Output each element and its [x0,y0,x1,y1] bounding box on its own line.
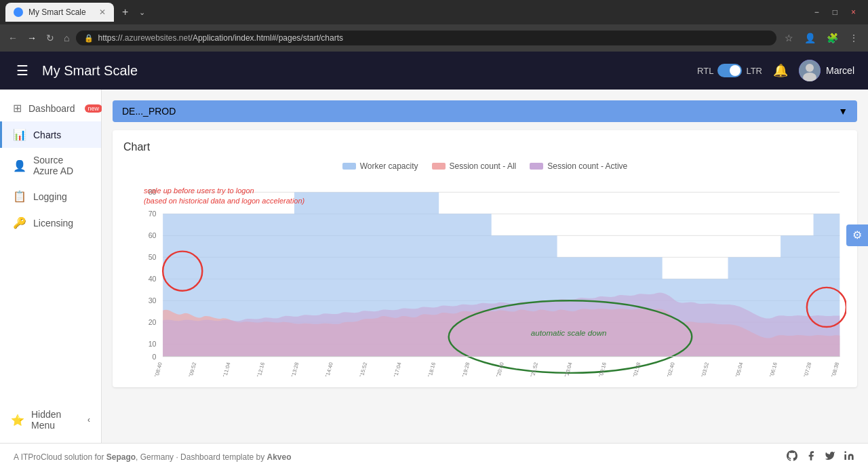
svg-text:2019-09-12T21:52: 2019-09-12T21:52 [522,361,539,376]
url-display: https://.azurewebsites.net/Application/i… [98,33,768,43]
chart-svg-wrapper: scale up before users try to logon (base… [123,179,846,376]
annotation-line1: scale up before users try to logon [144,186,304,196]
svg-text:2019-09-12T19:28: 2019-09-12T19:28 [454,361,471,376]
legend-session-active: Session count - Active [530,161,627,171]
minimize-button[interactable]: − [808,5,826,20]
svg-text:2019-09-12T17:04: 2019-09-12T17:04 [385,361,402,376]
footer-company: Sepago [106,452,136,462]
app-title: My Smart Scale [42,63,686,79]
svg-text:2019-09-13T08:38: 2019-09-13T08:38 [823,361,840,376]
sidebar-item-charts[interactable]: 📊 Charts [0,121,101,148]
footer-left: A ITProCloud solution for Sepago, German… [14,452,292,462]
hidden-menu-icon: ⭐ [11,414,24,427]
sidebar-item-licensing[interactable]: 🔑 Licensing [0,210,101,236]
twitter-icon[interactable] [825,450,835,463]
sidebar-item-label-azure: Source Azure AD [33,155,90,176]
legend-session-all: Session count - All [432,161,517,171]
chart-legend: Worker capacity Session count - All Sess… [123,161,846,171]
footer-right [787,450,854,463]
environment-text: DE..._PROD [122,106,176,117]
footer-text-left: A ITProCloud solution for [14,452,106,462]
ltr-label: LTR [746,66,762,76]
svg-text:2019-09-13T05:04: 2019-09-13T05:04 [727,361,744,376]
new-badge: new [85,104,103,113]
svg-text:2019-09-12T09:52: 2019-09-12T09:52 [180,361,197,376]
url-path: /Application/index.html#/pages/start/cha… [191,33,343,43]
sidebar-item-label-charts: Charts [33,130,61,140]
url-domain: .azurewebsites.net [123,33,191,43]
svg-text:0: 0 [153,353,157,361]
svg-text:2019-09-12T23:04: 2019-09-12T23:04 [556,361,573,376]
extensions-button[interactable]: 🧩 [823,30,842,46]
environment-dropdown[interactable]: DE..._PROD ▼ [113,100,857,122]
facebook-icon[interactable] [806,450,816,463]
linkedin-icon[interactable] [844,450,854,463]
svg-text:30: 30 [149,296,157,305]
svg-text:2019-09-12T08:40: 2019-09-12T08:40 [146,361,163,376]
user-name: Marcel [826,65,854,76]
footer: A ITProCloud solution for Sepago, German… [0,443,868,470]
legend-swatch-session-active [530,163,543,170]
browser-toolbar: ← → ↻ ⌂ 🔒 https://.azurewebsites.net/App… [0,24,868,52]
legend-worker-capacity: Worker capacity [342,161,418,171]
svg-text:2019-09-12T13:28: 2019-09-12T13:28 [283,361,300,376]
avatar [799,60,821,81]
sidebar-item-hidden-menu[interactable]: ⭐ Hidden Menu ‹ [0,402,101,437]
azure-ad-icon: 👤 [13,159,26,172]
svg-text:2019-09-12T11:04: 2019-09-12T11:04 [214,361,231,376]
new-tab-button[interactable]: + [117,3,134,21]
rtl-ltr-switch[interactable] [717,64,742,77]
svg-text:20: 20 [149,318,157,326]
sidebar-item-label-licensing: Licensing [33,218,73,229]
hamburger-button[interactable]: ☰ [14,60,31,81]
address-bar[interactable]: 🔒 https://.azurewebsites.net/Application… [76,31,776,45]
sidebar-item-source-azure-ad[interactable]: 👤 Source Azure AD [0,148,101,183]
notification-button[interactable]: 🔔 [770,60,791,81]
chart-svg: 80 70 60 50 40 30 20 10 0 [123,179,846,376]
svg-text:50: 50 [149,253,157,261]
close-button[interactable]: × [844,5,863,20]
settings-fab[interactable]: ⚙ [846,224,868,246]
profile-button[interactable]: 👤 [800,30,820,46]
svg-text:2019-09-13T06:16: 2019-09-13T06:16 [762,361,778,376]
home-button[interactable]: ⌂ [61,30,72,46]
logging-icon: 📋 [13,190,26,203]
user-menu[interactable]: Marcel [799,60,854,81]
window-controls: − □ × [808,5,863,20]
svg-text:10: 10 [149,340,157,348]
content-area: DE..._PROD ▼ Chart Worker capacity Sessi… [102,90,868,443]
sidebar-item-label-dashboard: Dashboard [28,103,75,114]
refresh-button[interactable]: ↻ [43,30,57,46]
url-prefix: https:// [98,33,122,43]
svg-text:2019-09-12T15:52: 2019-09-12T15:52 [351,361,368,376]
dropdown-arrow-icon: ▼ [838,106,848,117]
svg-text:automatic scale down: automatic scale down [531,328,607,337]
tab-favicon [14,7,23,17]
menu-button[interactable]: ⋮ [845,30,863,46]
footer-brand: Akveo [267,452,292,462]
sidebar-item-dashboard[interactable]: ⊞ Dashboard new [0,95,101,121]
tab-list-button[interactable]: ⌄ [136,7,148,18]
annotation-line2: (based on historical data and logon acce… [144,196,304,206]
forward-button[interactable]: → [24,30,39,46]
tab-close-button[interactable]: ✕ [99,7,106,17]
svg-text:2019-09-12T12:16: 2019-09-12T12:16 [249,361,266,376]
rtl-ltr-toggle: RTL LTR [697,64,762,77]
dashboard-icon: ⊞ [13,102,22,115]
svg-text:40: 40 [149,275,157,283]
browser-tabs: My Smart Scale ✕ + ⌄ − □ × [0,0,868,24]
bookmark-button[interactable]: ☆ [781,30,797,46]
github-icon[interactable] [787,450,797,463]
chevron-left-icon: ‹ [87,415,90,425]
svg-point-1 [806,64,814,72]
svg-text:2019-09-13T07:28: 2019-09-13T07:28 [795,361,812,376]
licensing-icon: 🔑 [13,216,26,229]
back-button[interactable]: ← [5,30,20,46]
legend-label-session-active: Session count - Active [547,161,627,171]
svg-text:2019-09-13T03:52: 2019-09-13T03:52 [693,361,710,376]
browser-tab-active[interactable]: My Smart Scale ✕ [5,3,114,22]
tab-title: My Smart Scale [28,7,86,17]
rtl-label: RTL [697,66,713,76]
sidebar-item-logging[interactable]: 📋 Logging [0,183,101,210]
maximize-button[interactable]: □ [826,5,844,20]
